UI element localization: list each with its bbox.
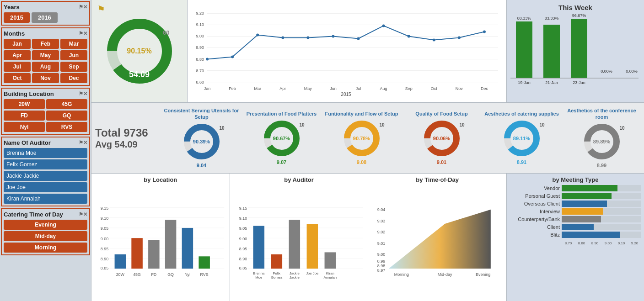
month-btn-may[interactable]: May [32, 50, 59, 60]
kpi-item-2: Funtionality and Flow of Setup 90.78% 10… [323, 111, 400, 165]
location-btn-gq[interactable]: GQ [46, 111, 87, 121]
kpi-score-2: 9.08 [357, 159, 366, 165]
months-filter-icon[interactable]: ⚑✕ [79, 31, 87, 37]
svg-text:8.90: 8.90 [101, 257, 108, 261]
auditor-filter-icon[interactable]: ⚑✕ [79, 140, 87, 146]
kpi-donut-wrap-1: 90.67% 10 [261, 118, 302, 159]
auditor-btn-brenna-moe[interactable]: Brenna Moe [4, 148, 87, 158]
this-week-chart: 88.33% 83.33% 96.67% 0.00% 0.00% [510, 13, 639, 100]
kpi-max-4: 10 [539, 122, 544, 127]
kpi-max-5: 10 [619, 126, 624, 131]
svg-text:9.03: 9.03 [377, 219, 385, 223]
svg-text:Jun: Jun [330, 86, 337, 91]
svg-point-19 [256, 33, 259, 36]
svg-rect-114 [289, 220, 300, 269]
tod-btn-evening[interactable]: Evening [4, 220, 87, 230]
auditor-section: Name Of Auditor ⚑✕ Brenna MoeFelix Gomez… [1, 137, 90, 206]
svg-rect-88 [165, 220, 177, 269]
svg-point-26 [433, 38, 435, 41]
kpi-pct-4: 89.11% [513, 136, 530, 141]
kpi-max-3: 10 [459, 122, 464, 127]
kpi-donut-wrap-4: 89.11% 10 [501, 118, 542, 159]
kpi-score-4: 8.91 [517, 159, 526, 165]
svg-text:21-Jan: 21-Jan [545, 80, 558, 85]
auditor-btn-joe-joe[interactable]: Joe Joe [4, 182, 87, 192]
svg-text:83.33%: 83.33% [545, 16, 559, 21]
by-auditor-svg: 9.15 9.10 9.05 9.00 8.95 8.90 8.85 [233, 185, 365, 298]
month-btn-feb[interactable]: Feb [32, 39, 59, 49]
location-btn-20w[interactable]: 20W [4, 99, 45, 109]
svg-text:9.01: 9.01 [377, 241, 385, 246]
svg-text:Kiran: Kiran [326, 271, 334, 275]
by-meeting-title: by Meeting Type [510, 176, 641, 183]
main-donut-area: ⚑ 90.15% 54.09 60 [91, 0, 188, 102]
line-chart-area: 9.20 9.10 9.00 8.90 8.80 8.70 8.60 [188, 0, 507, 102]
auditor-btn-jackie-jackie[interactable]: Jackie Jackie [4, 171, 87, 181]
month-grid: JanFebMarAprMayJunJulAugSepOctNovDec [4, 39, 87, 83]
kpi-donut-wrap-0: 90.39% 10 [181, 121, 222, 162]
by-tod-svg: 9.04 9.03 9.02 9.01 9.00 8.99 8.98 8.97 [371, 185, 504, 298]
month-btn-sep[interactable]: Sep [60, 62, 87, 72]
flag-icon: ⚑ [97, 4, 105, 15]
kpi-center-0: 90.39% [193, 139, 210, 144]
svg-text:8.97: 8.97 [377, 268, 385, 273]
svg-text:9.15: 9.15 [101, 206, 108, 211]
this-week-title: This Week [510, 4, 640, 11]
by-tod-panel: by Time-of-Day 9.04 9.03 9.02 9.01 9.00 … [368, 174, 507, 301]
building-label: Building Location [4, 90, 54, 97]
kpi-row: Total 9736 Avg 54.09 Consistent Serving … [91, 103, 644, 174]
totals-area: Total 9736 Avg 54.09 [95, 127, 159, 150]
auditor-btn-kiran-annaiah[interactable]: Kiran Annaiah [4, 194, 87, 204]
month-btn-apr[interactable]: Apr [4, 50, 31, 60]
month-btn-mar[interactable]: Mar [60, 39, 87, 49]
month-btn-oct[interactable]: Oct [4, 73, 31, 83]
month-btn-dec[interactable]: Dec [60, 73, 87, 83]
kpi-score-3: 9.01 [437, 159, 446, 165]
year-2016-button[interactable]: 2016 [32, 12, 58, 23]
location-btn-nyl[interactable]: Nyl [4, 122, 45, 132]
svg-text:9.02: 9.02 [377, 230, 385, 234]
tod-filter-icon[interactable]: ⚑✕ [79, 211, 87, 217]
svg-rect-111 [271, 254, 282, 269]
svg-point-23 [357, 37, 360, 40]
meeting-bar-4 [562, 216, 601, 222]
tod-btn-mid-day[interactable]: Mid-day [4, 231, 87, 241]
building-filter-icon[interactable]: ⚑✕ [79, 91, 87, 97]
svg-text:9.00: 9.00 [377, 252, 385, 257]
location-grid: 20W45GFDGQNylRVS [4, 99, 87, 132]
kpi-max-0: 10 [219, 126, 224, 131]
month-btn-jul[interactable]: Jul [4, 62, 31, 72]
kpi-item-5: Aesthetics of the conference room 89.89%… [563, 108, 640, 168]
svg-text:8.98: 8.98 [377, 264, 385, 268]
kpi-max-2: 10 [379, 122, 384, 127]
svg-text:Jackie: Jackie [289, 275, 299, 280]
by-location-chart: 9.15 9.10 9.05 9.00 8.95 8.90 8.85 [94, 185, 227, 298]
by-auditor-title: by Auditor [233, 176, 365, 183]
month-btn-aug[interactable]: Aug [32, 62, 59, 72]
meeting-bar-5 [562, 224, 594, 230]
year-2015-button[interactable]: 2015 [4, 12, 30, 23]
kpi-pct-0: 90.39% [193, 139, 210, 144]
svg-text:8.90: 8.90 [196, 45, 204, 50]
by-auditor-panel: by Auditor 9.15 9.10 9.05 9.00 8.95 8.90… [230, 174, 369, 301]
month-btn-nov[interactable]: Nov [32, 73, 59, 83]
svg-text:GQ: GQ [167, 272, 174, 277]
location-btn-rvs[interactable]: RVS [46, 122, 87, 132]
month-btn-jun[interactable]: Jun [60, 50, 87, 60]
location-btn-45g[interactable]: 45G [46, 99, 87, 109]
svg-text:9.05: 9.05 [239, 226, 247, 231]
month-btn-jan[interactable]: Jan [4, 39, 31, 49]
tod-btn-morning[interactable]: Morning [4, 243, 87, 253]
svg-text:9.00: 9.00 [196, 34, 204, 38]
svg-text:RVS: RVS [200, 272, 209, 277]
svg-text:Mid-day: Mid-day [438, 272, 452, 277]
kpi-center-2: 90.78% [353, 136, 370, 141]
avg-label: Avg 54.09 [95, 139, 159, 150]
auditor-btn-felix-gomez[interactable]: Felix Gomez [4, 159, 87, 169]
years-filter-icon[interactable]: ⚑✕ [79, 4, 87, 10]
meeting-row-1: Personal Guest [510, 193, 641, 199]
meeting-row-5: Client [510, 224, 641, 230]
svg-point-18 [231, 56, 234, 58]
location-btn-fd[interactable]: FD [4, 111, 45, 121]
svg-text:Felix: Felix [273, 271, 280, 275]
